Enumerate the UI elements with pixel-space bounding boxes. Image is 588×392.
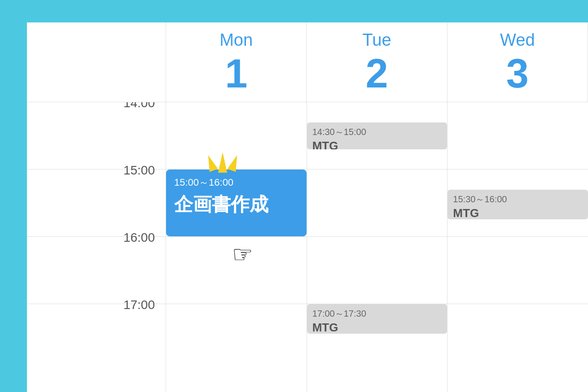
- tue-slot-17: 17:00～17:30 MTG: [307, 304, 448, 371]
- event-tue-1700-title: MTG: [312, 321, 442, 334]
- time-label-16: 16:00: [27, 237, 166, 304]
- time-gutter-header: [27, 22, 166, 102]
- calendar-body: 14:00 15:00 16:00 17:00: [27, 102, 588, 392]
- time-label-17: 17:00: [27, 304, 166, 371]
- event-kikakusho-title: 企画書作成: [174, 192, 298, 217]
- day-columns: 15:00～16:00 企画書作成 ☞ 14:30～15:00 MTG: [166, 102, 588, 392]
- sparkle-container: [206, 152, 239, 173]
- mon-slot-14: [166, 102, 307, 170]
- tue-slot-14: 14:30～15:00 MTG: [307, 102, 448, 170]
- event-kikakusho[interactable]: 15:00～16:00 企画書作成: [166, 170, 307, 236]
- event-tue-1430[interactable]: 14:30～15:00 MTG: [307, 122, 448, 149]
- event-tue-1430-time: 14:30～15:00: [312, 126, 442, 138]
- event-wed-1530[interactable]: 15:30～16:00 MTG: [448, 190, 588, 219]
- event-tue-1700[interactable]: 17:00～17:30 MTG: [307, 304, 448, 334]
- time-label-14: 14:00: [27, 102, 166, 170]
- day-name-tue: Tue: [311, 30, 442, 50]
- event-wed-1530-time: 15:30～16:00: [453, 193, 583, 205]
- sparkle-center: [218, 152, 227, 173]
- day-header-tue: Tue 2: [307, 22, 447, 102]
- day-column-wed: 15:30～16:00 MTG: [448, 102, 588, 392]
- tue-slot-16: [307, 237, 448, 304]
- event-tue-1700-time: 17:00～17:30: [312, 308, 442, 320]
- event-wed-1530-title: MTG: [453, 206, 583, 219]
- day-header-wed: Wed 3: [448, 22, 588, 102]
- calendar-header: Mon 1 Tue 2 Wed 3: [27, 22, 588, 102]
- time-label-15: 15:00: [27, 170, 166, 237]
- day-name-mon: Mon: [171, 30, 302, 50]
- day-number-wed: 3: [452, 53, 583, 94]
- wed-slot-14: [448, 102, 588, 170]
- day-header-mon: Mon 1: [166, 22, 307, 102]
- wed-slot-17: [448, 304, 588, 371]
- day-number-mon: 1: [171, 53, 302, 94]
- wed-slot-15: 15:30～16:00 MTG: [448, 170, 588, 237]
- event-kikakusho-time: 15:00～16:00: [174, 176, 298, 189]
- event-tue-1430-title: MTG: [312, 139, 442, 149]
- wed-slot-16: [448, 237, 588, 304]
- cursor-icon: ☞: [232, 241, 253, 268]
- calendar-container: Mon 1 Tue 2 Wed 3 14:00 15:00 16:00 17:0…: [27, 22, 588, 392]
- tue-slot-15: [307, 170, 448, 237]
- time-gutter: 14:00 15:00 16:00 17:00: [27, 102, 166, 392]
- day-number-tue: 2: [311, 53, 442, 94]
- mon-slot-17: [166, 304, 307, 371]
- day-name-wed: Wed: [452, 30, 583, 50]
- mon-slot-15[interactable]: 15:00～16:00 企画書作成 ☞: [166, 170, 307, 237]
- sparkle-left: [204, 154, 218, 172]
- day-column-tue: 14:30～15:00 MTG 17:00～17:30 MTG: [307, 102, 448, 392]
- day-column-mon: 15:00～16:00 企画書作成 ☞: [166, 102, 307, 392]
